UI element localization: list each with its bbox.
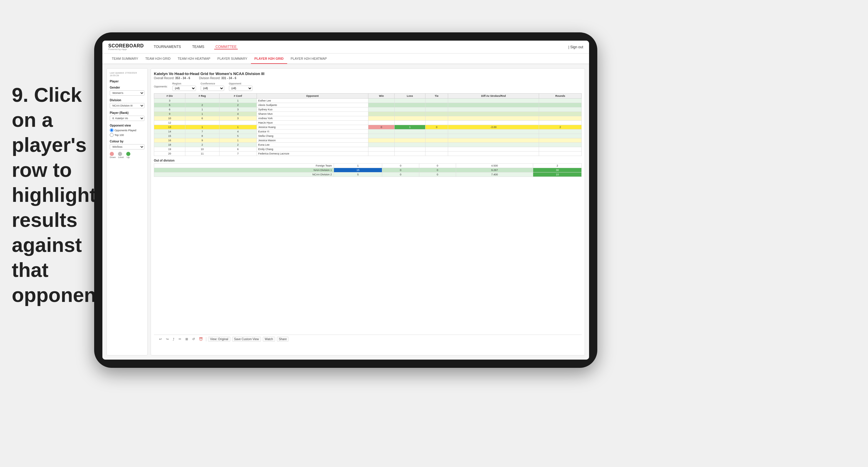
subnav-team-summary[interactable]: TEAM SUMMARY	[108, 54, 142, 64]
region-select[interactable]: (All)	[173, 86, 196, 91]
table-cell	[219, 121, 256, 125]
nav-committee[interactable]: COMMITTEE	[214, 45, 238, 50]
table-cell: 11	[185, 152, 219, 156]
table-cell: Stella Chang	[256, 134, 368, 138]
watch-button[interactable]: Watch	[263, 337, 275, 342]
sidebar-gender-section: Gender Women's	[110, 86, 145, 96]
subnav-team-h2h-grid[interactable]: TEAM H2H GRID	[142, 54, 174, 64]
table-cell: 1	[185, 125, 219, 129]
player-rank-label: Player (Rank)	[110, 111, 145, 115]
last-updated: Last Updated: 27/03/2024 16:55:28	[110, 71, 145, 77]
table-cell	[539, 112, 582, 116]
rotate-button[interactable]: ↺	[191, 337, 196, 342]
table-row[interactable]: 31Esther Lee	[154, 99, 582, 103]
table-cell	[448, 152, 539, 156]
colour-up-dot	[126, 152, 130, 156]
table-cell	[448, 147, 539, 152]
table-cell	[395, 138, 425, 143]
bottom-toolbar: ↩ ↪ ⤴ ✂ ⊞ ↺ ⏰ View: Original Save Custom…	[154, 335, 582, 343]
redo2-button[interactable]: ⤴	[172, 337, 176, 342]
table-cell: 15	[154, 134, 185, 138]
save-custom-view-button[interactable]: Save Custom View	[232, 337, 261, 342]
table-cell: 2	[539, 125, 582, 129]
grid-button[interactable]: ⊞	[184, 337, 189, 342]
table-row[interactable]: 20117Federica Domecq Lacroze	[154, 152, 582, 156]
h2h-data-table: # Div # Reg # Conf Opponent Win Loss Tie…	[154, 93, 582, 156]
ood-table-row[interactable]: Foreign Team1004.5002	[154, 164, 582, 168]
ood-table-row[interactable]: NAIA Division 115009.26730	[154, 168, 582, 173]
table-cell	[425, 129, 448, 134]
radio-top100[interactable]: Top 100	[110, 133, 145, 137]
colour-level: Level	[118, 152, 124, 159]
table-cell	[395, 152, 425, 156]
table-cell	[425, 99, 448, 103]
table-row[interactable]: 1822Euna Lee	[154, 143, 582, 147]
table-cell: 19	[154, 147, 185, 152]
table-cell: 1	[219, 99, 256, 103]
undo-button[interactable]: ↩	[158, 337, 163, 342]
table-row[interactable]: 1691Jessica Mason	[154, 138, 582, 143]
table-row[interactable]: 613Sydney Kuo	[154, 107, 582, 112]
table-cell	[539, 147, 582, 152]
table-cell: Eunice Yi	[256, 129, 368, 134]
table-cell	[368, 99, 395, 103]
table-cell: 1	[219, 125, 256, 129]
table-cell: 2	[219, 143, 256, 147]
table-cell	[368, 143, 395, 147]
nav-teams[interactable]: TEAMS	[191, 45, 206, 50]
redo-button[interactable]: ↪	[165, 337, 170, 342]
table-cell: 10	[154, 116, 185, 121]
table-row[interactable]: 19106Emily Chang	[154, 147, 582, 152]
table-row[interactable]: 914Sharon Mun	[154, 112, 582, 116]
opponent-select[interactable]: (All)	[229, 86, 252, 91]
table-cell: 9	[154, 112, 185, 116]
table-cell: Euna Lee	[256, 143, 368, 147]
colour-by-select[interactable]: Win/loss	[110, 144, 145, 150]
sign-out-button[interactable]: | Sign out	[568, 45, 584, 49]
table-cell: 10	[185, 147, 219, 152]
conference-select[interactable]: (All)	[201, 86, 224, 91]
table-cell: 6	[185, 116, 219, 121]
view-original-button[interactable]: View: Original	[208, 337, 230, 342]
ood-table-row[interactable]: NCAA Division 25007.40010	[154, 173, 582, 177]
share-button[interactable]: Share	[277, 337, 289, 342]
col-diff: Diff Av Strokes/Rnd	[448, 94, 539, 99]
table-cell: Jessica Mason	[256, 138, 368, 143]
gender-select[interactable]: Women's	[110, 90, 145, 96]
col-conf: # Conf	[219, 94, 256, 99]
subnav-player-summary[interactable]: PLAYER SUMMARY	[214, 54, 251, 64]
player-rank-select[interactable]: 8. Katelyn Vo	[110, 116, 145, 121]
view-original-label: View: Original	[210, 338, 228, 341]
opponent-label: Opponent	[229, 82, 252, 85]
opponent-filter: Opponent (All)	[229, 82, 252, 91]
timer-button[interactable]: ⏰	[198, 337, 204, 342]
table-row[interactable]: 1063Andrea York	[154, 116, 582, 121]
table-cell: 4	[219, 112, 256, 116]
tablet-screen: SCOREBOARD Powered by clippi TOURNAMENTS…	[102, 41, 589, 360]
table-row[interactable]: 1474Eunice Yi	[154, 129, 582, 134]
colour-down-dot	[110, 152, 114, 156]
table-cell: 1	[395, 125, 425, 129]
nav-bar: SCOREBOARD Powered by clippi TOURNAMENTS…	[102, 41, 589, 54]
table-row[interactable]: 1585Stella Chang	[154, 134, 582, 138]
region-filter: Region (All)	[173, 82, 196, 91]
colour-by-label: Colour by	[110, 140, 145, 143]
table-row[interactable]: 12HaeJo Hyun	[154, 121, 582, 125]
table-row[interactable]: 522Alexis Sudijanto	[154, 103, 582, 107]
annotation-content: 9. Click on a player's row to highlight …	[12, 84, 103, 306]
table-row[interactable]: 1311Jessica Huang010-3.002	[154, 125, 582, 129]
division-select[interactable]: NCAA Division III	[110, 103, 145, 108]
subnav-team-h2h-heatmap[interactable]: TEAM H2H HEATMAP	[174, 54, 214, 64]
cut-button[interactable]: ✂	[178, 337, 182, 342]
table-cell	[395, 103, 425, 107]
radio-opponents-played[interactable]: Opponents Played	[110, 128, 145, 132]
annotation-text: 9. Click on a player's row to highlight …	[12, 83, 94, 308]
table-cell: 6	[219, 147, 256, 152]
subnav-player-h2h-grid[interactable]: PLAYER H2H GRID	[251, 54, 287, 64]
division-record-label: Division Record: 331 - 34 - 6	[199, 76, 236, 80]
subnav-player-h2h-heatmap[interactable]: PLAYER H2H HEATMAP	[287, 54, 331, 64]
share-label: Share	[279, 338, 287, 341]
nav-tournaments[interactable]: TOURNAMENTS	[153, 45, 182, 50]
tablet-shell: SCOREBOARD Powered by clippi TOURNAMENTS…	[94, 32, 597, 368]
table-cell	[425, 147, 448, 152]
